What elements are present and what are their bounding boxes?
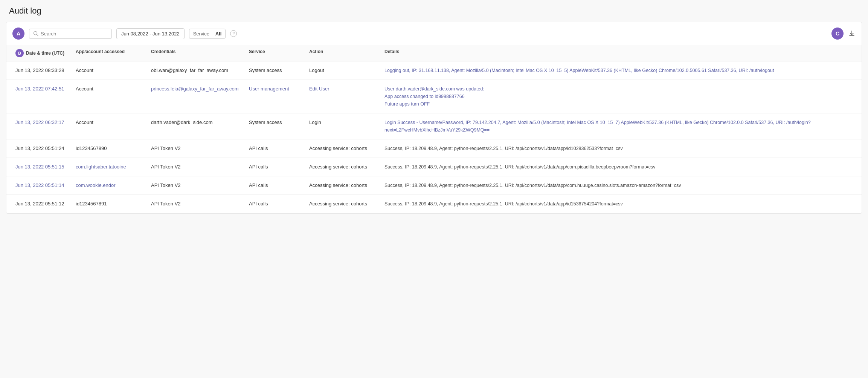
main-card: A Jun 08,2022 - Jun 13,2022 Service All … bbox=[6, 22, 862, 214]
cell-datetime: Jun 13, 2022 05:51:14 bbox=[12, 182, 73, 189]
service-filter[interactable]: Service All bbox=[189, 29, 226, 39]
col-header-service: Service bbox=[246, 49, 306, 57]
cell-app-account: com.lightsaber.tatooine bbox=[73, 163, 148, 171]
cell-service: API calls bbox=[246, 145, 306, 152]
cell-action: Accessing service: cohorts bbox=[306, 163, 381, 171]
col-header-credentials: Credentials bbox=[148, 49, 246, 57]
cell-service: System access bbox=[246, 119, 306, 126]
table-row: Jun 13, 2022 05:51:24id1234567890API Tok… bbox=[6, 139, 862, 158]
cell-credentials: API Token V2 bbox=[148, 200, 246, 208]
cell-details: User darth.vader@dark_side.com was updat… bbox=[381, 85, 856, 108]
cell-details: Login Success - Username/Password, IP: 7… bbox=[381, 119, 856, 134]
cell-service: User management bbox=[246, 85, 306, 93]
cell-datetime: Jun 13, 2022 05:51:15 bbox=[12, 163, 73, 171]
service-filter-value: All bbox=[215, 31, 222, 37]
cell-service: API calls bbox=[246, 163, 306, 171]
cell-app-account: com.wookie.endor bbox=[73, 182, 148, 189]
cell-datetime: Jun 13, 2022 06:32:17 bbox=[12, 119, 73, 126]
date-range-button[interactable]: Jun 08,2022 - Jun 13,2022 bbox=[116, 28, 185, 39]
cell-app-account: id1234567890 bbox=[73, 145, 148, 152]
user-avatar-right: C bbox=[831, 28, 844, 40]
table-header: B Date & time (UTC) App/account accessed… bbox=[6, 45, 862, 61]
toolbar: A Jun 08,2022 - Jun 13,2022 Service All … bbox=[6, 22, 862, 45]
table-row: Jun 13, 2022 08:33:28Accountobi.wan@gala… bbox=[6, 61, 862, 80]
cell-app-account: Account bbox=[73, 67, 148, 74]
cell-app-account: Account bbox=[73, 119, 148, 126]
col-header-datetime: B Date & time (UTC) bbox=[12, 49, 73, 57]
user-avatar-left: A bbox=[12, 28, 24, 40]
cell-credentials: obi.wan@galaxy_far_far_away.com bbox=[148, 67, 246, 74]
cell-details: Success, IP: 18.209.48.9, Agent: python-… bbox=[381, 145, 856, 152]
cell-service: API calls bbox=[246, 182, 306, 189]
col-header-app: App/account accessed bbox=[73, 49, 148, 57]
col-header-action: Action bbox=[306, 49, 381, 57]
table-row: Jun 13, 2022 05:51:14com.wookie.endorAPI… bbox=[6, 176, 862, 195]
cell-action: Accessing service: cohorts bbox=[306, 145, 381, 152]
table-row: Jun 13, 2022 07:42:51Accountprincess.lei… bbox=[6, 80, 862, 113]
download-button[interactable] bbox=[848, 30, 856, 37]
table-row: Jun 13, 2022 05:51:15com.lightsaber.tato… bbox=[6, 158, 862, 176]
cell-credentials: princess.leia@galaxy_far_far_away.com bbox=[148, 85, 246, 93]
table-row: Jun 13, 2022 06:32:17Accountdarth.vader@… bbox=[6, 113, 862, 139]
svg-line-1 bbox=[37, 35, 38, 36]
col-header-details: Details bbox=[381, 49, 856, 57]
search-input[interactable] bbox=[41, 31, 108, 37]
cell-datetime: Jun 13, 2022 05:51:24 bbox=[12, 145, 73, 152]
table-body: Jun 13, 2022 08:33:28Accountobi.wan@gala… bbox=[6, 61, 862, 213]
cell-action: Accessing service: cohorts bbox=[306, 200, 381, 208]
cell-app-account: Account bbox=[73, 85, 148, 93]
download-icon bbox=[848, 30, 856, 37]
search-icon bbox=[33, 31, 38, 36]
cell-datetime: Jun 13, 2022 07:42:51 bbox=[12, 85, 73, 93]
cell-credentials: darth.vader@dark_side.com bbox=[148, 119, 246, 126]
cell-details: Success, IP: 18.209.48.9, Agent: python-… bbox=[381, 200, 856, 208]
cell-action: Logout bbox=[306, 67, 381, 74]
cell-action: Accessing service: cohorts bbox=[306, 182, 381, 189]
cell-credentials: API Token V2 bbox=[148, 145, 246, 152]
page-title: Audit log bbox=[0, 6, 868, 22]
cell-service: System access bbox=[246, 67, 306, 74]
help-icon[interactable]: ? bbox=[230, 30, 237, 37]
table-row: Jun 13, 2022 05:51:12id1234567891API Tok… bbox=[6, 195, 862, 213]
cell-details: Success, IP: 18.209.48.9, Agent: python-… bbox=[381, 163, 856, 171]
cell-service: API calls bbox=[246, 200, 306, 208]
sort-badge: B bbox=[15, 49, 24, 57]
cell-details: Success, IP: 18.209.48.9, Agent: python-… bbox=[381, 182, 856, 189]
cell-app-account: id1234567891 bbox=[73, 200, 148, 208]
cell-credentials: API Token V2 bbox=[148, 182, 246, 189]
cell-datetime: Jun 13, 2022 05:51:12 bbox=[12, 200, 73, 208]
cell-credentials: API Token V2 bbox=[148, 163, 246, 171]
cell-details: Logging out, IP: 31.168.11.138, Agent: M… bbox=[381, 67, 856, 74]
cell-action: Login bbox=[306, 119, 381, 126]
cell-datetime: Jun 13, 2022 08:33:28 bbox=[12, 67, 73, 74]
cell-action: Edit User bbox=[306, 85, 381, 93]
service-filter-label: Service bbox=[193, 31, 209, 37]
search-box[interactable] bbox=[29, 29, 112, 39]
